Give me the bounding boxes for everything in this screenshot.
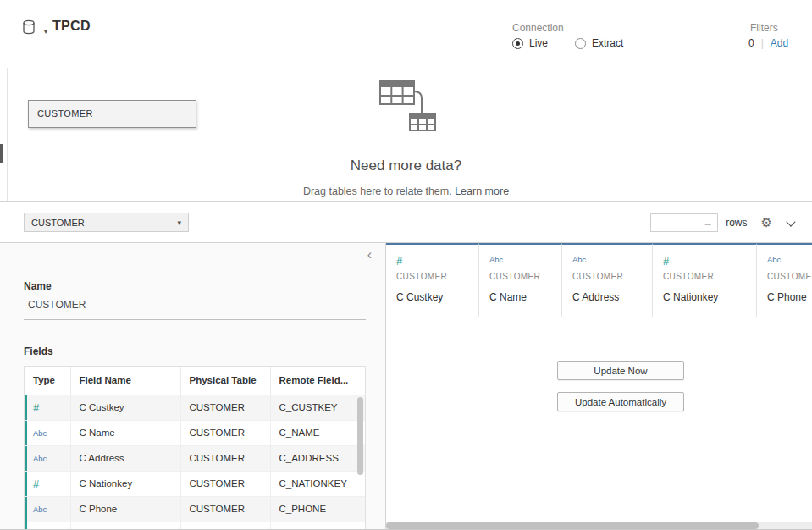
datasource-title: TPCD — [52, 19, 91, 34]
grid-column-c-address[interactable]: Abc CUSTOMER C Address — [562, 243, 653, 317]
rows-input-box: → — [650, 213, 718, 232]
type-cell: Abc — [25, 420, 70, 445]
column-header-field-name: Field Name — [70, 367, 180, 395]
connection-extract-label: Extract — [592, 37, 623, 49]
filters-add-link[interactable]: Add — [771, 37, 788, 49]
fields-header-row: Type Field Name Physical Table Remote Fi… — [25, 367, 366, 395]
type-cell: Abc — [25, 496, 70, 522]
data-grid-header: # CUSTOMER C Custkey Abc CUSTOMER C Name… — [386, 243, 812, 317]
physical-table-cell: CUSTOMER — [180, 445, 270, 471]
datasource-dropdown-caret-icon: ▾ — [44, 28, 47, 36]
connection-live-label: Live — [529, 37, 548, 49]
gear-icon[interactable]: ⚙ — [761, 216, 772, 229]
remote-field-cell: C_PHONE — [270, 496, 366, 522]
field-row-c-name[interactable]: Abc C Name CUSTOMER C_NAME — [25, 420, 366, 445]
update-now-button[interactable]: Update Now — [557, 361, 684, 380]
field-name-cell: C Custkey — [70, 395, 180, 420]
string-type-icon: Abc — [572, 255, 642, 267]
data-source-icon[interactable]: ▾ — [22, 19, 49, 36]
connection-label: Connection — [512, 22, 564, 34]
radio-unselected-icon — [575, 38, 586, 49]
field-name-cell: C Phone — [70, 496, 180, 522]
field-row-c-custkey[interactable]: # C Custkey CUSTOMER C_CUSTKEY — [25, 395, 366, 420]
grid-column-table: CUSTOMER — [572, 272, 642, 281]
grid-column-c-custkey[interactable]: # CUSTOMER C Custkey — [386, 243, 479, 317]
grid-column-field: C Custkey — [396, 291, 468, 303]
toolbar-right-controls: → rows ⚙ — [650, 213, 801, 232]
metadata-pane: ‹ Name CUSTOMER Fields Type Field Name P… — [0, 243, 386, 530]
fields-table: Type Field Name Physical Table Remote Fi… — [25, 367, 366, 530]
string-type-icon: Abc — [33, 505, 47, 514]
grid-horizontal-scrollbar-track — [386, 522, 812, 529]
field-row-c-address[interactable]: Abc C Address CUSTOMER C_ADDRESS — [25, 445, 366, 471]
dropdown-caret-icon: ▾ — [177, 218, 181, 227]
connection-extract-radio[interactable]: Extract — [575, 37, 623, 49]
number-type-icon: # — [663, 255, 746, 267]
filters-row: 0 | Add — [748, 37, 788, 49]
column-header-physical-table: Physical Table — [180, 367, 270, 395]
update-automatically-button[interactable]: Update Automatically — [557, 392, 684, 411]
connection-radio-group: Live Extract — [512, 37, 623, 49]
remote-field-cell: C_ADDRESS — [270, 445, 366, 471]
top-header: ▾ TPCD Connection Live Extract Filters 0… — [0, 0, 812, 68]
grid-column-field: C Nationkey — [663, 291, 746, 303]
fields-vertical-scrollbar[interactable] — [357, 397, 363, 475]
remote-field-cell: C_NATIONKEY — [270, 471, 366, 496]
connection-live-radio[interactable]: Live — [512, 37, 548, 49]
grid-column-field: C Address — [572, 291, 642, 303]
column-header-remote-field: Remote Field... — [270, 367, 366, 395]
string-type-icon: Abc — [489, 255, 551, 267]
field-row-c-nationkey[interactable]: # C Nationkey CUSTOMER C_NATIONKEY — [25, 471, 366, 496]
type-cell: # — [25, 471, 70, 496]
number-type-icon: # — [396, 255, 468, 267]
drag-tables-text: Drag tables here to relate them. — [303, 185, 452, 197]
fields-table-container: Type Field Name Physical Table Remote Fi… — [24, 366, 366, 530]
grid-horizontal-scrollbar[interactable] — [386, 522, 759, 529]
database-cylinder-icon — [22, 19, 37, 36]
grid-column-table: CUSTOMER — [396, 272, 468, 281]
field-name-cell: C Address — [70, 445, 180, 471]
grid-column-table: CUSTOMER — [663, 272, 746, 281]
table-details-toolbar: CUSTOMER ▾ → rows ⚙ — [0, 202, 812, 243]
fields-label: Fields — [24, 345, 53, 357]
go-arrow-icon: → — [703, 217, 717, 229]
grid-column-c-phone[interactable]: Abc CUSTOMER C Phone — [757, 243, 812, 317]
tables-relate-icon — [367, 78, 445, 132]
physical-table-cell: CUSTOMER — [180, 471, 270, 496]
name-label: Name — [24, 280, 52, 292]
field-name-cell: C Name — [70, 420, 180, 445]
empty-state-title: Need more data? — [0, 157, 812, 174]
grid-column-field: C Name — [489, 291, 551, 303]
number-type-icon: # — [33, 478, 39, 490]
relationship-canvas: CUSTOMER Need more data? — [0, 68, 812, 202]
data-grid-pane: # CUSTOMER C Custkey Abc CUSTOMER C Name… — [386, 243, 812, 530]
chevron-down-icon[interactable] — [784, 216, 798, 229]
physical-table-cell: CUSTOMER — [180, 420, 270, 445]
rows-label: rows — [726, 217, 747, 229]
grid-column-c-nationkey[interactable]: # CUSTOMER C Nationkey — [653, 243, 757, 317]
collapse-pane-icon[interactable]: ‹ — [367, 247, 372, 262]
filters-separator: | — [761, 37, 764, 49]
column-header-type: Type — [25, 367, 70, 395]
string-type-icon: Abc — [33, 428, 47, 438]
remote-field-cell: C_NAME — [270, 420, 366, 445]
rows-input[interactable] — [651, 215, 695, 230]
grid-column-table: CUSTOMER — [489, 272, 551, 281]
remote-field-cell: C_CUSTKEY — [270, 395, 366, 420]
string-type-icon: Abc — [767, 255, 812, 267]
field-row-c-phone[interactable]: Abc C Phone CUSTOMER C_PHONE — [25, 496, 366, 522]
grid-column-c-name[interactable]: Abc CUSTOMER C Name — [479, 243, 562, 317]
type-cell: Abc — [25, 445, 70, 471]
table-select-dropdown[interactable]: CUSTOMER ▾ — [24, 213, 189, 232]
filters-label: Filters — [750, 22, 778, 34]
number-type-icon: # — [33, 401, 39, 414]
tableau-data-source-page: ▾ TPCD Connection Live Extract Filters 0… — [0, 0, 812, 530]
empty-state: Need more data? Drag tables here to rela… — [0, 78, 812, 197]
learn-more-link[interactable]: Learn more — [455, 185, 509, 197]
type-cell: # — [25, 395, 70, 420]
field-name-cell: C Nationkey — [70, 471, 180, 496]
physical-table-cell: CUSTOMER — [180, 496, 270, 522]
physical-table-cell: CUSTOMER — [180, 395, 270, 420]
filters-count: 0 — [748, 37, 754, 49]
table-name-field[interactable]: CUSTOMER — [24, 295, 366, 320]
